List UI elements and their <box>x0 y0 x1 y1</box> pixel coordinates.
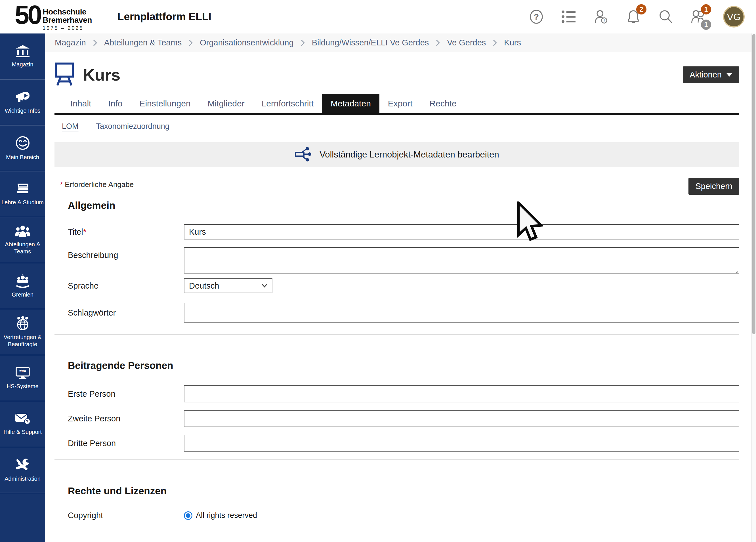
svg-text:?: ? <box>26 419 29 424</box>
tab-einstellungen[interactable]: Einstellungen <box>131 94 199 113</box>
required-asterisk: * <box>83 227 86 236</box>
sidebar-item-label: Hilfe & Support <box>3 428 43 436</box>
field-label-erste-person: Erste Person <box>54 389 184 399</box>
monitor-icon: *** <box>15 366 30 379</box>
logo-line1: Hochschule <box>43 8 92 16</box>
tab-metadaten[interactable]: Metadaten <box>322 94 379 113</box>
edit-full-metadata-banner[interactable]: Vollständige Lernobjekt-Metadaten bearbe… <box>54 142 739 167</box>
smiley-icon <box>15 136 30 150</box>
bank-icon <box>15 45 30 58</box>
contacts-icon[interactable]: 1 1 <box>691 9 705 24</box>
beschreibung-textarea[interactable] <box>184 247 739 274</box>
vertical-scrollbar[interactable] <box>751 33 756 542</box>
copyright-radio[interactable] <box>184 511 192 520</box>
books-icon <box>15 182 31 196</box>
scrollbar-thumb[interactable] <box>752 34 755 334</box>
required-asterisk: * <box>60 180 63 189</box>
field-label-schlagwoerter: Schlagwörter <box>54 308 184 318</box>
save-button[interactable]: Speichern <box>688 178 739 195</box>
notification-bell-icon[interactable]: 2 <box>626 9 641 24</box>
sidebar-item-hs-systeme[interactable]: *** HS-Systeme <box>0 355 45 401</box>
subtab-taxonomiezuordnung[interactable]: Taxonomiezuordnung <box>96 122 169 131</box>
breadcrumb-item[interactable]: Bildung/Wissen/ELLI Ve Gerdes <box>312 38 429 47</box>
tab-export[interactable]: Export <box>379 94 421 113</box>
field-label-titel: Titel* <box>54 227 184 237</box>
banner-label: Vollständige Lernobjekt-Metadaten bearbe… <box>320 150 499 160</box>
required-note-text: Erforderliche Angabe <box>65 180 134 189</box>
subtab-lom[interactable]: LOM <box>62 122 79 131</box>
course-easel-icon <box>54 62 74 87</box>
logo-years: 1975 – 2025 <box>43 25 92 31</box>
metadata-tree-icon <box>295 147 312 163</box>
sidebar-item-lehre-studium[interactable]: Lehre & Studium <box>0 171 45 217</box>
copyright-radio-label: All rights reserved <box>196 511 257 520</box>
sidebar-item-label: HS-Systeme <box>6 383 39 390</box>
sidebar-item-label: Mein Bereich <box>5 154 40 161</box>
section-divider <box>54 459 739 460</box>
dritte-person-input[interactable] <box>184 435 739 452</box>
field-label-zweite-person: Zweite Person <box>54 414 184 423</box>
page-title: Kurs <box>83 65 120 84</box>
titel-input[interactable] <box>184 224 739 240</box>
sidebar-item-hilfe-support[interactable]: ? Hilfe & Support <box>0 401 45 447</box>
tab-mitglieder[interactable]: Mitglieder <box>199 94 253 113</box>
breadcrumb-item[interactable]: Magazin <box>55 38 86 47</box>
breadcrumb: Magazin Abteilungen & Teams Organisation… <box>45 33 756 52</box>
help-icon[interactable]: ? <box>529 9 544 24</box>
mail-help-icon: ? <box>15 413 31 425</box>
avatar[interactable]: VG <box>723 6 745 28</box>
section-title-beitragende-personen: Beitragende Personen <box>54 360 739 371</box>
field-label-sprache: Sprache <box>54 281 184 291</box>
chevron-right-icon <box>493 39 497 47</box>
chevron-right-icon <box>93 39 97 47</box>
anniversary-50: 50 <box>15 3 40 27</box>
required-note: * Erforderliche Angabe <box>54 178 134 189</box>
actions-button-label: Aktionen <box>690 70 722 79</box>
main-sidebar: Magazin Wichtige Infos Mein Bereich Lehr… <box>0 33 45 542</box>
sidebar-item-gremien[interactable]: Gremien <box>0 263 45 309</box>
tab-info[interactable]: Info <box>100 94 131 113</box>
svg-text:***: *** <box>19 369 26 375</box>
radio-dot <box>186 513 190 518</box>
zweite-person-input[interactable] <box>184 410 739 427</box>
schlagwoerter-input[interactable] <box>184 303 739 323</box>
section-divider <box>54 334 739 335</box>
erste-person-input[interactable] <box>184 385 739 402</box>
sidebar-item-magazin[interactable]: Magazin <box>0 33 45 79</box>
sprache-select[interactable]: Deutsch <box>184 278 272 293</box>
tab-rechte[interactable]: Rechte <box>421 94 465 113</box>
sidebar-item-administration[interactable]: Administration <box>0 447 45 493</box>
tab-lernfortschritt[interactable]: Lernfortschritt <box>253 94 322 113</box>
breadcrumb-item[interactable]: Organisationsentwicklung <box>200 38 293 47</box>
sidebar-item-vertretungen[interactable]: Vertretungen & Beauftragte <box>0 309 45 355</box>
sidebar-item-abteilungen-teams[interactable]: Abteilungen & Teams <box>0 217 45 263</box>
university-logo: 50 Hochschule Bremerhaven 1975 – 2025 <box>15 3 92 31</box>
globe-users-icon <box>15 316 30 330</box>
sidebar-item-label: Magazin <box>11 61 34 68</box>
actions-button[interactable]: Aktionen <box>683 66 739 83</box>
subtab-bar: LOM Taxonomiezuordnung <box>54 122 739 131</box>
app-title: Lernplattform ELLI <box>117 11 211 23</box>
search-icon[interactable] <box>658 9 673 24</box>
tab-inhalt[interactable]: Inhalt <box>62 94 100 113</box>
sidebar-item-wichtige-infos[interactable]: Wichtige Infos <box>0 79 45 125</box>
sidebar-item-label: Administration <box>4 475 41 482</box>
sidebar-item-mein-bereich[interactable]: Mein Bereich <box>0 125 45 171</box>
megaphone-icon <box>15 90 31 104</box>
committee-icon <box>15 274 31 288</box>
breadcrumb-item[interactable]: Kurs <box>504 38 521 47</box>
list-icon[interactable] <box>561 9 576 24</box>
top-header: 50 Hochschule Bremerhaven 1975 – 2025 Le… <box>0 0 756 33</box>
notification-badge: 2 <box>636 4 646 14</box>
online-status-icon[interactable]: ! <box>594 9 608 24</box>
caret-down-icon <box>726 73 732 77</box>
group-icon <box>14 225 31 238</box>
chevron-right-icon <box>436 39 440 47</box>
contacts-badge-bottom: 1 <box>701 20 711 30</box>
field-label-beschreibung: Beschreibung <box>54 247 184 260</box>
sidebar-item-label: Lehre & Studium <box>1 199 45 206</box>
sidebar-item-label: Wichtige Infos <box>4 107 41 114</box>
breadcrumb-item[interactable]: Ve Gerdes <box>447 38 486 47</box>
breadcrumb-item[interactable]: Abteilungen & Teams <box>104 38 182 47</box>
svg-text:!: ! <box>604 18 605 23</box>
